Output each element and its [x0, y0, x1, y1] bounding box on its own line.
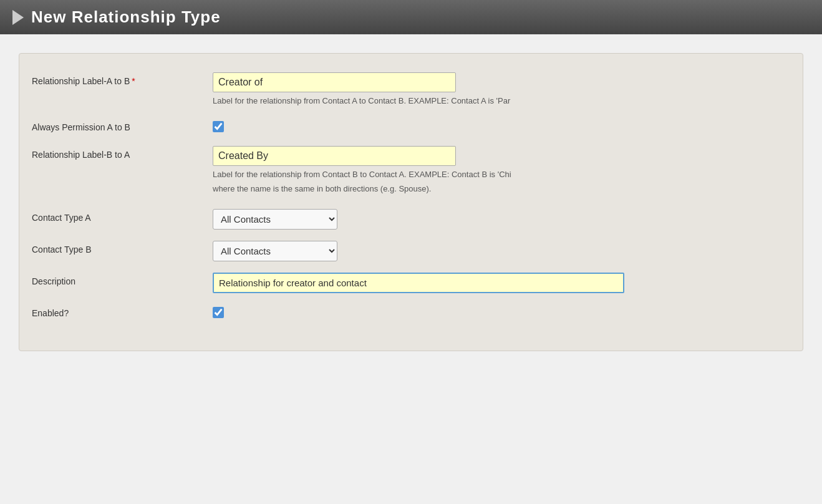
- contact-type-b-label: Contact Type B: [32, 241, 213, 254]
- label-a-to-b-help: Label for the relationship from Contact …: [213, 95, 790, 107]
- label-a-to-b-label: Relationship Label-A to B*: [32, 72, 213, 86]
- label-b-to-a-label: Relationship Label-B to A: [32, 146, 213, 160]
- required-star: *: [132, 76, 135, 86]
- field-row-label-a-to-b: Relationship Label-A to B* Label for the…: [32, 72, 790, 107]
- field-row-enabled: Enabled?: [32, 304, 790, 321]
- description-input[interactable]: [213, 273, 624, 293]
- contact-type-a-control: All Contacts Individual Household Organi…: [213, 209, 790, 230]
- always-permission-checkbox[interactable]: [213, 121, 224, 132]
- field-row-description: Description: [32, 273, 790, 293]
- always-permission-label: Always Permission A to B: [32, 119, 213, 132]
- contact-type-a-label: Contact Type A: [32, 209, 213, 223]
- field-row-contact-type-b: Contact Type B All Contacts Individual H…: [32, 241, 790, 261]
- label-b-to-a-input[interactable]: [213, 146, 456, 166]
- contact-type-b-select[interactable]: All Contacts Individual Household Organi…: [213, 241, 337, 261]
- enabled-checkbox[interactable]: [213, 307, 224, 318]
- label-b-to-a-control: Label for the relationship from Contact …: [213, 146, 790, 195]
- field-row-contact-type-a: Contact Type A All Contacts Individual H…: [32, 209, 790, 230]
- main-content: Relationship Label-A to B* Label for the…: [0, 34, 822, 370]
- page-title: New Relationship Type: [31, 7, 221, 27]
- page-header: New Relationship Type: [0, 0, 822, 34]
- always-permission-control: [213, 119, 790, 135]
- contact-type-a-select[interactable]: All Contacts Individual Household Organi…: [213, 209, 337, 230]
- field-row-label-b-to-a: Relationship Label-B to A Label for the …: [32, 146, 790, 195]
- enabled-control: [213, 304, 790, 321]
- label-a-to-b-control: Label for the relationship from Contact …: [213, 72, 790, 107]
- enabled-label: Enabled?: [32, 304, 213, 318]
- contact-type-b-control: All Contacts Individual Household Organi…: [213, 241, 790, 261]
- label-b-to-a-help-line2: where the name is the same in both direc…: [213, 183, 790, 195]
- description-label: Description: [32, 273, 213, 286]
- form-container: Relationship Label-A to B* Label for the…: [19, 53, 803, 351]
- field-row-always-permission: Always Permission A to B: [32, 119, 790, 135]
- label-a-to-b-input[interactable]: [213, 72, 456, 92]
- label-b-to-a-help-line1: Label for the relationship from Contact …: [213, 168, 790, 181]
- description-control: [213, 273, 790, 293]
- header-play-icon: [12, 10, 24, 25]
